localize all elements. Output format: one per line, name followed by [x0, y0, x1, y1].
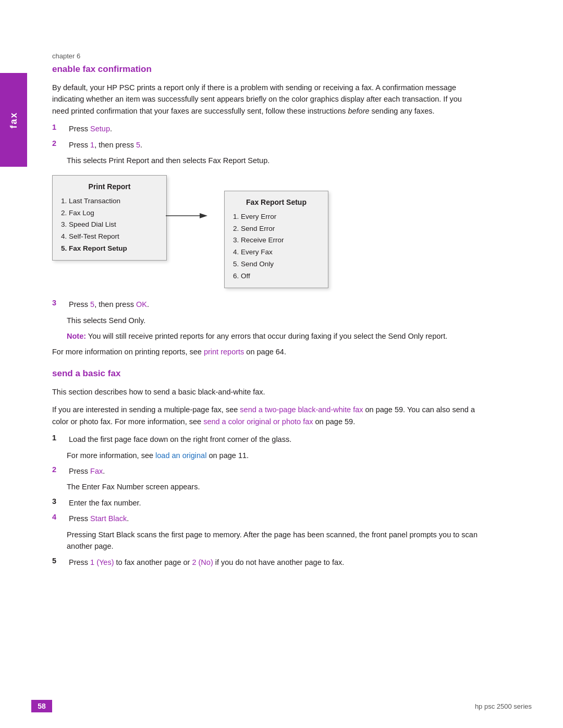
- print-report-item-3: 3. Speed Dial List: [61, 219, 158, 231]
- product-name: hp psc 2500 series: [475, 702, 532, 710]
- step2-number: 2: [52, 139, 67, 151]
- print-report-item-4: 4. Self-Test Report: [61, 231, 158, 243]
- s2-step-5: 5 Press 1 (Yes) to fax another page or 2…: [52, 557, 480, 568]
- s2-step5-content: Press 1 (Yes) to fax another page or 2 (…: [69, 557, 480, 568]
- section1-heading: enable fax confirmation: [52, 64, 532, 75]
- fax-link: Fax: [90, 467, 103, 475]
- footer: 58 hp psc 2500 series: [0, 700, 563, 712]
- s2-step3-number: 3: [52, 497, 67, 509]
- s2-step3-content: Enter the fax number.: [69, 497, 480, 509]
- more-info: For more information on printing reports…: [52, 348, 480, 356]
- note-label: Note:: [67, 332, 86, 340]
- page-number: 58: [31, 700, 52, 712]
- step3-sub: This selects Send Only.: [67, 315, 484, 326]
- fax-report-diagram: Fax Report Setup 1. Every Error 2. Send …: [224, 191, 328, 288]
- fax-report-item-1: 1. Every Error: [233, 211, 320, 223]
- print-report-title: Print Report: [61, 181, 158, 193]
- s2-step1-number: 1: [52, 434, 67, 445]
- note-block: Note: You will still receive printed rep…: [67, 330, 494, 342]
- fax-report-title: Fax Report Setup: [233, 196, 320, 209]
- step1-number: 1: [52, 123, 67, 134]
- two-page-fax-link[interactable]: send a two-page black-and-white fax: [240, 405, 363, 414]
- step2-1-link: 1: [90, 141, 94, 149]
- step2-content: Press 1, then press 5.: [69, 139, 480, 151]
- svg-marker-1: [200, 213, 207, 218]
- print-reports-link[interactable]: print reports: [204, 348, 244, 356]
- sidebar-label: fax: [8, 112, 19, 128]
- fax-report-item-6: 6. Off: [233, 270, 320, 282]
- step-1: 1 Press Setup.: [52, 123, 480, 134]
- s2-step-1: 1 Load the first page face down on the r…: [52, 434, 480, 445]
- section2-para2: If you are interested in sending a multi…: [52, 404, 480, 427]
- step-3: 3 Press 5, then press OK.: [52, 299, 480, 310]
- yes-link: 1 (Yes): [90, 558, 114, 566]
- s2-step2-sub: The Enter Fax Number screen appears.: [67, 481, 484, 492]
- fax-report-item-5: 5. Send Only: [233, 258, 320, 270]
- s2-step-2: 2 Press Fax.: [52, 465, 480, 477]
- s2-step4-sub: Pressing Start Black scans the first pag…: [67, 529, 484, 552]
- sidebar-tab: fax: [0, 73, 27, 167]
- fax-report-item-2: 2. Send Error: [233, 223, 320, 235]
- print-report-diagram: Print Report 1. Last Transaction 2. Fax …: [52, 175, 167, 261]
- connector-arrow: [166, 211, 207, 221]
- diagram-area: Print Report 1. Last Transaction 2. Fax …: [52, 175, 532, 288]
- s2-step4-content: Press Start Black.: [69, 513, 480, 524]
- section2-intro: This section describes how to send a bas…: [52, 386, 480, 398]
- print-report-item-5: 5. Fax Report Setup: [61, 243, 158, 255]
- print-report-item-1: 1. Last Transaction: [61, 195, 158, 207]
- step1-setup-link: Setup: [90, 125, 110, 133]
- fax-report-item-4: 4. Every Fax: [233, 246, 320, 258]
- step3-number: 3: [52, 299, 67, 310]
- italic-before: before: [348, 107, 369, 115]
- print-report-item-2: 2. Fax Log: [61, 207, 158, 219]
- s2-step2-content: Press Fax.: [69, 465, 480, 477]
- s2-step-4: 4 Press Start Black.: [52, 513, 480, 524]
- fax-report-item-3: 3. Receive Error: [233, 235, 320, 246]
- start-black-link: Start Black: [90, 514, 127, 523]
- s2-step5-number: 5: [52, 557, 67, 568]
- step3-ok-link: OK: [136, 300, 147, 309]
- section2-heading: send a basic fax: [52, 368, 532, 379]
- no-link: 2 (No): [192, 558, 213, 566]
- section1-intro: By default, your HP PSC prints a report …: [52, 82, 480, 117]
- print-report-box: Print Report 1. Last Transaction 2. Fax …: [52, 175, 167, 261]
- chapter-label: chapter 6: [52, 52, 532, 60]
- step-2: 2 Press 1, then press 5.: [52, 139, 480, 151]
- color-photo-fax-link[interactable]: send a color original or photo fax: [203, 417, 313, 426]
- fax-report-box: Fax Report Setup 1. Every Error 2. Send …: [224, 191, 328, 288]
- step1-content: Press Setup.: [69, 123, 480, 134]
- load-original-link[interactable]: load an original: [155, 451, 206, 460]
- s2-step1-content: Load the first page face down on the rig…: [69, 434, 480, 445]
- step2-5-link: 5: [136, 141, 140, 149]
- step3-5-link: 5: [90, 300, 94, 309]
- step3-content: Press 5, then press OK.: [69, 299, 480, 310]
- s2-step1-sub: For more information, see load an origin…: [67, 450, 484, 461]
- s2-step2-number: 2: [52, 465, 67, 477]
- step2-sub: This selects Print Report and then selec…: [67, 155, 484, 166]
- s2-step-3: 3 Enter the fax number.: [52, 497, 480, 509]
- note-text: You will still receive printed reports f…: [88, 332, 447, 340]
- s2-step4-number: 4: [52, 513, 67, 524]
